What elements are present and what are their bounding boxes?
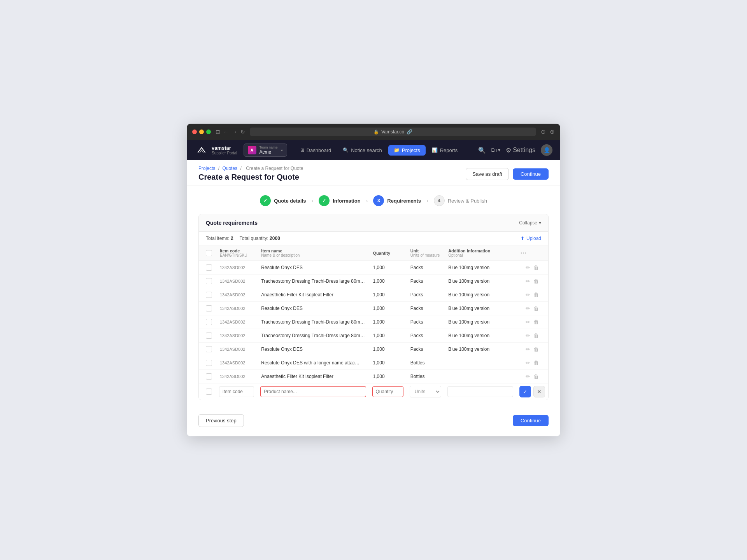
edit-icon[interactable]: ✏ — [526, 319, 530, 325]
help-icon[interactable]: ⊙ — [541, 128, 546, 135]
delete-icon[interactable]: 🗑 — [533, 332, 539, 339]
row-checkbox-3[interactable] — [206, 305, 212, 312]
row-checkbox-0[interactable] — [206, 264, 212, 271]
edit-icon[interactable]: ✏ — [526, 346, 530, 352]
step-quote-details: ✓ Quote details — [260, 195, 306, 206]
row-checkbox-8[interactable] — [206, 373, 212, 380]
new-item-quantity-input[interactable] — [372, 386, 403, 397]
continue-button-bottom[interactable]: Continue — [513, 415, 549, 426]
language-selector[interactable]: En ▾ — [491, 147, 501, 153]
table-row: 1342ASD002 Resolute Onyx DES with a long… — [199, 356, 548, 370]
settings-link[interactable]: ⚙ Settings — [506, 147, 535, 154]
collapse-chevron-icon: ▾ — [539, 220, 541, 226]
delete-icon[interactable]: 🗑 — [533, 264, 539, 271]
delete-icon[interactable]: 🗑 — [533, 278, 539, 284]
dashboard-label: Dashboard — [307, 147, 331, 153]
delete-icon[interactable]: 🗑 — [533, 292, 539, 298]
collapse-button[interactable]: Collapse ▾ — [519, 220, 541, 226]
delete-icon[interactable]: 🗑 — [533, 360, 539, 366]
save-draft-button[interactable]: Save as draft — [466, 168, 509, 180]
step-2-circle: ✓ — [319, 195, 330, 206]
breadcrumb-current: Create a Request for Quote — [246, 166, 303, 171]
edit-icon[interactable]: ✏ — [526, 373, 530, 380]
edit-icon[interactable]: ✏ — [526, 305, 530, 312]
row-code-2: 1342ASD002 — [216, 288, 257, 302]
new-row-checkbox[interactable] — [206, 388, 212, 395]
row-checkbox-6[interactable] — [206, 346, 212, 352]
sidebar-item-projects[interactable]: 📁 Projects — [388, 145, 426, 156]
section-title: Quote requirements — [206, 220, 258, 226]
continue-button-top[interactable]: Continue — [513, 168, 549, 180]
new-row-units-cell: Units Packs Bottles Boxes Cartons — [407, 383, 444, 400]
search-icon[interactable]: 🔍 — [478, 147, 486, 154]
row-checkbox-2[interactable] — [206, 292, 212, 298]
row-qty-7: 1,000 — [369, 356, 407, 370]
team-label: Team name — [260, 145, 278, 149]
delete-icon[interactable]: 🗑 — [533, 319, 539, 325]
step-requirements: 3 Requirements — [373, 195, 421, 206]
delete-icon[interactable]: 🗑 — [533, 373, 539, 380]
row-checkbox-5[interactable] — [206, 332, 212, 339]
brand-text: vamstar Supplier Portal — [212, 145, 237, 155]
breadcrumb: Projects / Quotes / Create a Request for… — [198, 166, 305, 171]
close-button[interactable] — [192, 130, 197, 134]
row-actions-8: ✏ 🗑 — [516, 370, 548, 383]
cancel-new-row-button[interactable]: ✕ — [533, 386, 545, 397]
sidebar-item-reports[interactable]: 📊 Reports — [426, 145, 463, 156]
new-item-code-input[interactable] — [219, 386, 254, 397]
breadcrumb-quotes[interactable]: Quotes — [222, 166, 237, 171]
reload-icon[interactable]: ↻ — [240, 129, 245, 135]
sidebar-toggle-icon[interactable]: ⊟ — [216, 129, 220, 135]
row-name-3: Resolute Onyx DES — [257, 302, 369, 315]
collapse-label: Collapse — [519, 220, 537, 226]
row-checkbox-cell — [199, 356, 216, 370]
page-content: Projects / Quotes / Create a Request for… — [187, 160, 560, 436]
delete-icon[interactable]: 🗑 — [533, 346, 539, 352]
row-actions-0: ✏ 🗑 — [516, 261, 548, 275]
edit-icon[interactable]: ✏ — [526, 264, 530, 271]
page-title: Create a Request for Quote — [198, 173, 305, 182]
delete-icon[interactable]: 🗑 — [533, 305, 539, 312]
notice-search-label: Notice search — [351, 147, 382, 153]
maximize-button[interactable] — [206, 130, 211, 134]
row-code-5: 1342ASD002 — [216, 329, 257, 343]
th-unit: UnitUnits of measure — [407, 245, 444, 261]
previous-step-button[interactable]: Previous step — [198, 414, 244, 427]
edit-icon[interactable]: ✏ — [526, 278, 530, 284]
row-checkbox-1[interactable] — [206, 278, 212, 284]
forward-icon[interactable]: → — [232, 129, 237, 135]
row-unit-1: Packs — [407, 275, 444, 288]
row-code-4: 1342ASD002 — [216, 315, 257, 329]
page-header: Projects / Quotes / Create a Request for… — [187, 160, 560, 186]
address-bar[interactable]: 🔒 Vamstar.co 🔗 — [250, 128, 536, 136]
lock-icon: 🔒 — [374, 130, 379, 135]
new-item-name-input[interactable] — [260, 386, 366, 397]
breadcrumb-projects[interactable]: Projects — [198, 166, 215, 171]
confirm-new-row-button[interactable]: ✓ — [519, 386, 531, 397]
row-checkbox-4[interactable] — [206, 319, 212, 325]
new-item-info-input[interactable] — [447, 386, 513, 397]
sidebar-item-notice-search[interactable]: 🔍 Notice search — [337, 145, 387, 156]
back-icon[interactable]: ← — [223, 129, 229, 135]
minimize-button[interactable] — [199, 130, 204, 134]
th-addition-info: Addition informationOptional — [444, 245, 516, 261]
total-items: Total items: 2 — [206, 236, 233, 241]
row-actions-3: ✏ 🗑 — [516, 302, 548, 315]
user-avatar[interactable]: 👤 — [541, 144, 552, 156]
row-unit-4: Packs — [407, 315, 444, 329]
select-all-checkbox[interactable] — [206, 250, 212, 256]
edit-icon[interactable]: ✏ — [526, 292, 530, 298]
settings-icon: ⚙ — [506, 147, 511, 154]
projects-icon: 📁 — [394, 147, 400, 153]
row-info-3: Blue 100mg version — [444, 302, 516, 315]
more-options-icon[interactable]: ⋯ — [520, 250, 527, 256]
navbar-right: 🔍 En ▾ ⚙ Settings 👤 — [478, 144, 553, 156]
edit-icon[interactable]: ✏ — [526, 332, 530, 339]
edit-icon[interactable]: ✏ — [526, 360, 530, 366]
upload-button[interactable]: ⬆ Upload — [521, 236, 541, 241]
new-tab-icon[interactable]: ⊕ — [550, 128, 555, 135]
sidebar-item-dashboard[interactable]: ⊞ Dashboard — [295, 145, 337, 156]
team-selector[interactable]: A Team name Acme ▾ — [244, 144, 287, 157]
row-checkbox-7[interactable] — [206, 360, 212, 366]
new-item-units-select[interactable]: Units Packs Bottles Boxes Cartons — [410, 386, 441, 397]
